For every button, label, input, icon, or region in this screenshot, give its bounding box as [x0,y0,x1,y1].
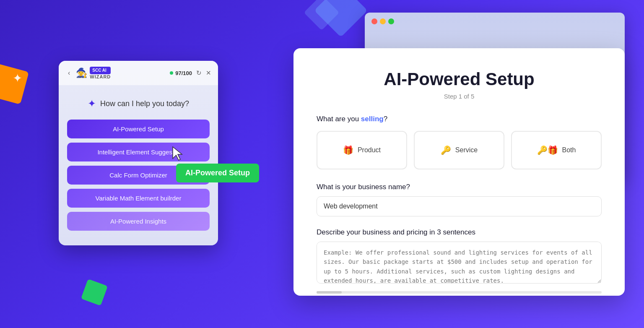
menu-btn-intelligent[interactable]: Intelligent Element Suggest... [67,143,210,161]
selling-highlight: selling [361,115,384,123]
scrollbar-track [317,291,602,294]
menu-btn-ai-insights[interactable]: AI-Powered Insights [67,212,210,231]
selling-question: What are you selling? [317,115,602,123]
widget-panel: ‹ 🧙 SCC AI WIZARD 97/100 ↻ ✕ ✦ How can I… [59,61,218,245]
widget-header-left: ‹ 🧙 SCC AI WIZARD [65,67,111,79]
selling-options-group: 🎁 Product 🔑 Service 🔑🎁 Both [317,131,602,169]
tooltip-bubble: AI-Powered Setup [176,164,259,182]
tooltip-text: AI-Powered Setup [185,169,250,177]
page-title: AI-Powered Setup [317,69,602,89]
bg-star-decoration: ✦ [13,71,22,85]
score-badge: 97/100 [170,70,192,76]
description-textarea[interactable] [317,242,602,284]
help-question: ✦ How can I help you today? [67,98,210,109]
both-icon: 🔑🎁 [537,145,558,155]
wizard-hat-icon: 🧙 [76,68,87,78]
menu-btn-variable-math[interactable]: Variable Math Element builrder [67,189,210,208]
tooltip-container: AI-Powered Setup [176,164,259,182]
widget-header: ‹ 🧙 SCC AI WIZARD 97/100 ↻ ✕ [59,61,218,85]
close-button[interactable]: ✕ [206,69,211,77]
option-both-label: Both [562,146,576,154]
business-name-label: What is your business name? [317,183,602,191]
selling-question-text: What are you [317,115,359,123]
back-button[interactable]: ‹ [65,68,73,78]
help-text: How can I help you today? [100,99,189,108]
bg-green-shape [81,279,108,306]
browser-dots [365,13,625,30]
logo-text-group: SCC AI WIZARD [90,67,111,79]
description-label: Describe your business and pricing in 3 … [317,228,602,237]
score-value: 97/100 [175,70,192,76]
wizard-label: WIZARD [90,74,111,79]
option-product-label: Product [358,146,381,154]
refresh-button[interactable]: ↻ [196,69,202,77]
main-setup-card: AI-Powered Setup Step 1 of 5 What are yo… [293,48,625,296]
dot-yellow [380,18,386,24]
wizard-logo: 🧙 SCC AI WIZARD [76,67,111,79]
dot-red [371,18,377,24]
scrollbar-thumb[interactable] [317,291,342,294]
product-icon: 🎁 [343,145,353,155]
business-name-input[interactable] [317,196,602,216]
menu-btn-ai-setup[interactable]: AI-Powered Setup [67,120,210,138]
option-service[interactable]: 🔑 Service [414,131,504,169]
selling-question-mark: ? [384,115,387,123]
service-icon: 🔑 [441,145,451,155]
scc-badge: SCC AI [90,67,111,74]
score-dot-icon [170,71,173,75]
widget-header-right: 97/100 ↻ ✕ [170,69,211,77]
sparkle-icon: ✦ [88,98,96,109]
option-product[interactable]: 🎁 Product [317,131,407,169]
dot-green [388,18,394,24]
option-service-label: Service [455,146,478,154]
option-both[interactable]: 🔑🎁 Both [511,131,602,169]
step-indicator: Step 1 of 5 [317,93,602,100]
